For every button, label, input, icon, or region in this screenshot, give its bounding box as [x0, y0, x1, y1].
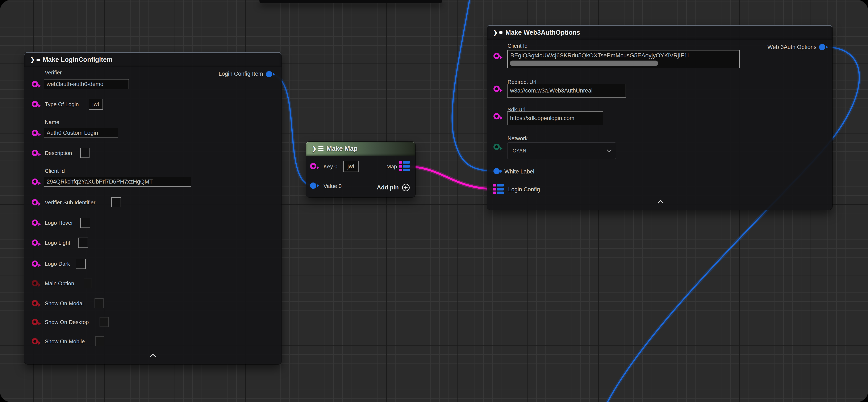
output-label-map: Map	[386, 163, 397, 170]
node-header-make-map[interactable]: ❯ Make Map	[306, 142, 415, 155]
pin-login-config[interactable]	[493, 184, 504, 194]
pin-client-id[interactable]	[32, 178, 38, 185]
collapse-node-button[interactable]	[150, 353, 156, 357]
pin-verifier[interactable]	[32, 81, 38, 87]
pin-label-network: Network	[507, 135, 527, 142]
pin-label-verifier-sub-identifier: Verifier Sub Identifier	[45, 199, 95, 206]
pin-label-logo-hover: Logo Hover	[45, 220, 73, 226]
blueprint-editor-canvas[interactable]: ❯ Make LoginConfigItem Login Config Item…	[0, 0, 868, 402]
node-make-map[interactable]: ❯ Make Map Key 0 jwt Map Value 0 Add pin	[306, 142, 415, 197]
output-label-login-config-item: Login Config Item	[218, 70, 263, 77]
make-struct-icon: ❯	[30, 57, 40, 63]
add-pin-plus-icon	[402, 184, 410, 191]
pin-label-key0: Key 0	[323, 163, 338, 170]
field-verifier-sub-identifier[interactable]	[111, 197, 121, 207]
pin-name[interactable]	[32, 130, 38, 136]
pin-label-show-on-modal: Show On Modal	[45, 300, 84, 307]
field-logo-light[interactable]	[78, 237, 88, 248]
checkbox-main-option[interactable]	[84, 279, 92, 288]
node-title: Make Web3AuthOptions	[505, 29, 580, 36]
network-dropdown-value: CYAN	[513, 148, 526, 154]
make-struct-icon: ❯	[493, 29, 502, 36]
field-sdk-url[interactable]: https://sdk.openlogin.com	[507, 111, 603, 125]
pin-label-logo-light: Logo Light	[45, 240, 70, 246]
pin-key0[interactable]	[310, 163, 316, 169]
node-make-web3authoptions[interactable]: ❯ Make Web3AuthOptions Web 3Auth Options…	[487, 25, 832, 210]
pin-verifier-sub-identifier[interactable]	[32, 199, 38, 205]
pin-sdk-url[interactable]	[493, 113, 500, 119]
chevron-down-icon	[607, 148, 612, 152]
pin-label-white-label: White Label	[504, 168, 534, 175]
pin-logo-hover[interactable]	[32, 220, 38, 226]
field-client-id-scrollbar[interactable]	[510, 61, 658, 66]
pin-description[interactable]	[32, 150, 38, 156]
output-pin-login-config-item[interactable]	[266, 71, 272, 77]
pin-logo-light[interactable]	[32, 239, 38, 246]
pin-label-type-of-login: Type Of Login	[45, 101, 79, 108]
pin-label-client-id: Client Id	[45, 168, 65, 174]
field-description[interactable]	[80, 148, 90, 158]
node-title: Make LoginConfigItem	[43, 56, 113, 63]
pin-network[interactable]	[493, 144, 500, 150]
field-verifier[interactable]: web3auth-auth0-demo	[44, 79, 129, 89]
pin-type-of-login[interactable]	[32, 101, 38, 107]
pin-label-main-option: Main Option	[45, 280, 74, 287]
pin-label-login-config: Login Config	[508, 186, 540, 193]
checkbox-show-on-desktop[interactable]	[100, 317, 108, 327]
checkbox-show-on-modal[interactable]	[95, 298, 103, 308]
pin-label-description: Description	[45, 150, 72, 156]
pin-label-show-on-mobile: Show On Mobile	[45, 338, 85, 345]
node-title: Make Map	[327, 145, 358, 152]
add-pin-label: Add pin	[377, 184, 399, 191]
field-redirect-url[interactable]: w3a://com.w3a.Web3AuthUnreal	[507, 84, 626, 97]
field-name[interactable]: Auth0 Custom Login	[44, 128, 118, 138]
field-logo-dark[interactable]	[76, 259, 86, 269]
field-type-of-login[interactable]: jwt	[89, 98, 103, 110]
pin-label-logo-dark: Logo Dark	[45, 261, 70, 267]
pin-label-show-on-desktop: Show On Desktop	[45, 319, 89, 325]
pin-show-on-desktop[interactable]	[32, 319, 38, 325]
node-make-loginconfigitem[interactable]: ❯ Make LoginConfigItem Login Config Item…	[24, 52, 281, 364]
field-client-id[interactable]: 294QRkchfq2YaXUbPri7D6PH7xzHgQMT	[44, 177, 191, 187]
field-client-id-text: BEglQSgt4cUWcj6SKRdu5QkOXTsePmMcusG5EAoy…	[510, 52, 689, 59]
output-pin-web3auth-options[interactable]	[819, 44, 825, 50]
pin-value0[interactable]	[310, 182, 316, 189]
pin-label-value0: Value 0	[323, 183, 342, 190]
pin-label-client-id: Client Id	[507, 43, 527, 49]
pin-white-label[interactable]	[493, 168, 500, 174]
network-dropdown[interactable]: CYAN	[507, 142, 616, 159]
pin-show-on-mobile[interactable]	[32, 338, 38, 344]
output-pin-map[interactable]	[399, 161, 410, 171]
field-logo-hover[interactable]	[80, 218, 90, 228]
checkbox-show-on-mobile[interactable]	[95, 336, 104, 346]
node-header-make-loginconfigitem[interactable]: ❯ Make LoginConfigItem	[24, 52, 281, 67]
output-label-web3auth-options: Web 3Auth Options	[767, 44, 816, 51]
node-header-make-web3authoptions[interactable]: ❯ Make Web3AuthOptions	[487, 25, 832, 40]
pin-main-option[interactable]	[32, 280, 38, 286]
collapse-node-button[interactable]	[658, 200, 664, 204]
pin-label-verifier: Verifier	[45, 69, 62, 76]
field-key0[interactable]: jwt	[343, 161, 359, 172]
pin-logo-dark[interactable]	[32, 260, 38, 267]
field-client-id[interactable]: BEglQSgt4cUWcj6SKRdu5QkOXTsePmMcusG5EAoy…	[507, 50, 740, 68]
make-map-icon: ❯	[312, 145, 323, 152]
pin-redirect-url[interactable]	[493, 86, 500, 92]
add-pin-button[interactable]: Add pin	[377, 184, 410, 191]
pin-client-id[interactable]	[493, 53, 500, 59]
pin-show-on-modal[interactable]	[32, 300, 38, 306]
pin-label-name: Name	[45, 119, 59, 125]
